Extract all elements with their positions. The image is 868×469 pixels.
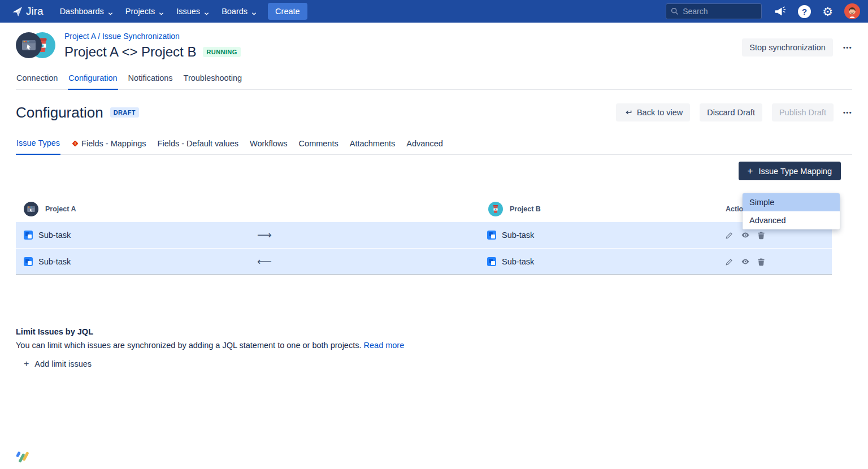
header-more-button[interactable]: ••• [843,44,852,51]
sync-direction-left-icon: ⟵ [257,255,272,268]
page-header: Project A / Issue Synchronization Projec… [0,23,868,60]
chevron-down-icon [108,9,113,14]
gear-icon[interactable]: ⚙ [822,6,833,18]
dropdown-item-advanced[interactable]: Advanced [743,211,840,229]
announcement-icon[interactable] [773,5,787,18]
jira-brand-label: Jira [26,5,44,18]
config-more-button[interactable]: ••• [843,109,852,116]
issue-type-right: Sub-task [502,231,534,240]
subtab-fields-mappings[interactable]: ! Fields - Mappings [71,138,146,154]
subtab-label: Attachments [350,139,396,148]
nav-item-label: Dashboards [60,7,104,16]
plus-icon: + [748,166,753,176]
jql-description: You can limit which issues are synchroni… [16,341,362,350]
search-input[interactable] [683,7,749,16]
subtab-attachments[interactable]: Attachments [349,138,396,154]
nav-item-label: Issues [176,7,200,16]
nav-item-label: Projects [125,7,155,16]
issue-type-left: Sub-task [38,231,71,240]
plus-icon: + [24,359,29,369]
tab-troubleshooting[interactable]: Troubleshooting [183,73,242,89]
delete-icon[interactable] [757,258,765,266]
nav-item-projects[interactable]: Projects [119,0,170,23]
draft-badge: DRAFT [110,107,139,118]
svg-text:!: ! [75,141,76,146]
back-to-view-label: Back to view [637,108,683,117]
chevron-down-icon [159,9,164,14]
config-header: Configuration DRAFT Back to view Discard… [16,103,852,121]
config-subtabs: Issue Types ! Fields - Mappings Fields -… [16,138,852,155]
subtab-label: Issue Types [16,138,60,147]
issue-type-left: Sub-task [38,257,71,266]
column-header-project-a: Project A [45,205,76,213]
stop-synchronization-button[interactable]: Stop synchronization [742,38,833,57]
delete-icon[interactable] [757,231,765,240]
subtab-issue-types[interactable]: Issue Types [16,138,60,155]
nav-item-issues[interactable]: Issues [170,0,215,23]
back-arrow-icon [623,108,632,117]
nav-item-label: Boards [222,7,248,16]
add-issue-type-mapping-label: Issue Type Mapping [758,167,832,176]
page-title: Project A <> Project B [64,44,196,60]
help-icon[interactable]: ? [798,5,811,18]
issue-type-mapping-section: + Issue Type Mapping Simple Advanced Pro… [0,162,868,275]
subtask-icon [24,231,33,240]
breadcrumb[interactable]: Project A / Issue Synchronization [64,32,241,41]
tab-connection[interactable]: Connection [16,73,58,89]
subtab-label: Fields - Mappings [81,139,146,148]
read-more-link[interactable]: Read more [364,341,405,350]
add-limit-issues-label: Add limit issues [34,359,92,368]
subtask-icon [487,257,496,266]
nav-item-boards[interactable]: Boards [215,0,263,23]
logo-bar-blue [16,451,21,458]
add-issue-type-mapping-button[interactable]: + Issue Type Mapping [739,162,841,180]
limit-issues-section: Limit Issues by JQL You can limit which … [16,327,852,369]
status-badge: RUNNING [203,47,240,57]
table-row: Sub-task ⟶ Sub-task [16,222,832,248]
discard-draft-button[interactable]: Discard Draft [700,103,762,121]
view-icon[interactable] [741,257,750,266]
table-row: Sub-task ⟵ Sub-task [16,248,832,274]
add-limit-issues-button[interactable]: + Add limit issues [24,359,92,369]
subtab-label: Comments [299,139,338,148]
subtab-label: Advanced [406,139,443,148]
subtab-label: Workflows [250,139,288,148]
dropdown-item-simple[interactable]: Simple [743,193,840,211]
edit-icon[interactable] [725,231,734,240]
jql-heading: Limit Issues by JQL [16,327,852,336]
subtask-icon [24,257,33,266]
mapping-type-dropdown: Simple Advanced [743,193,840,229]
tab-notifications[interactable]: Notifications [128,73,173,89]
edit-icon[interactable] [725,258,734,266]
chevron-down-icon [204,9,209,14]
jira-logo-icon [11,6,23,18]
back-to-view-button[interactable]: Back to view [616,103,690,121]
subtask-icon [487,231,496,240]
subtab-label: Fields - Default values [158,139,238,148]
subtab-comments[interactable]: Comments [298,138,339,154]
publish-draft-button[interactable]: Publish Draft [772,103,834,121]
user-avatar[interactable] [844,3,860,19]
warning-icon: ! [71,140,79,147]
config-title: Configuration [16,104,103,121]
view-icon[interactable] [741,231,750,240]
main-tabs: Connection Configuration Notifications T… [16,73,852,90]
project-b-avatar-small [488,202,503,216]
sync-direction-right-icon: ⟶ [257,229,272,241]
issue-type-right: Sub-task [502,257,534,266]
subtab-workflows[interactable]: Workflows [249,138,288,154]
create-button[interactable]: Create [268,3,307,20]
project-a-avatar [16,32,42,58]
search-icon [671,7,679,15]
chevron-down-icon [251,9,257,14]
getint-logo[interactable] [16,451,29,463]
search-box[interactable] [666,3,762,19]
top-nav: Jira Dashboards Projects Issues Boards C… [0,0,868,23]
nav-item-dashboards[interactable]: Dashboards [54,0,119,23]
jira-brand[interactable]: Jira [11,5,44,18]
subtab-fields-default-values[interactable]: Fields - Default values [157,138,239,154]
subtab-advanced[interactable]: Advanced [406,138,444,154]
tab-configuration[interactable]: Configuration [68,73,118,90]
project-a-avatar-small [24,202,38,216]
mapping-table-header: Project A Project B Actions [16,196,832,222]
